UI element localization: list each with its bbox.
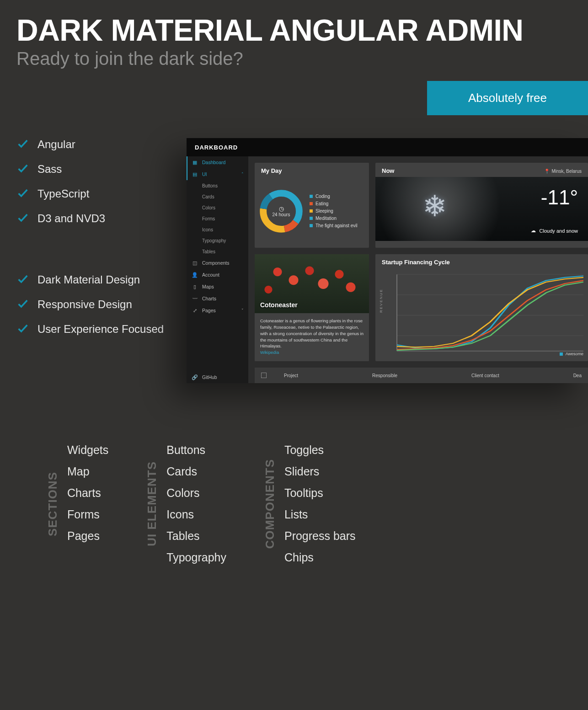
legend-item: Coding <box>310 194 358 199</box>
list-item: Lists <box>284 508 356 521</box>
list-item: Sliders <box>284 465 356 478</box>
snowflake-icon: ❄ <box>422 189 447 223</box>
list-item: Chips <box>284 551 356 564</box>
legend-swatch-icon <box>310 224 313 227</box>
projects-table-header: Project Responsible Client contact Dea <box>255 368 588 383</box>
sidebar-item-label: UI <box>202 171 207 177</box>
feature-item: D3 and NVD3 <box>16 211 164 226</box>
grid2-icon: ▤ <box>192 171 198 177</box>
legend-swatch-icon <box>310 202 313 205</box>
legend-item: Meditation <box>310 216 358 221</box>
donut-center-text: 24 hours <box>273 212 290 217</box>
sidebar-item-label: Dashboard <box>202 160 225 165</box>
list-column-components: COMPONENTSTogglesSlidersTooltipsListsPro… <box>263 443 356 564</box>
dashboard-brand: DARKBOARD <box>195 144 238 151</box>
legend-item: The fight against evil <box>310 223 358 228</box>
weather-title: Now <box>382 167 394 174</box>
weather-temperature: -11° <box>541 186 578 209</box>
list-item: Pages <box>67 529 108 543</box>
list-item: Buttons <box>166 443 226 457</box>
list-item: Tables <box>166 529 226 543</box>
list-item: Cards <box>166 465 226 478</box>
cta-button[interactable]: Absolutely free <box>427 81 588 115</box>
sidebar-item-label: Pages <box>202 308 216 313</box>
list-item: Widgets <box>67 443 108 457</box>
feature-label: Angular <box>37 138 75 151</box>
hero-title: DARK MATERIAL ANGULAR ADMIN <box>16 13 572 48</box>
feature-label: Dark Material Design <box>37 273 140 286</box>
sidebar-item-charts[interactable]: 〰Charts <box>187 293 248 304</box>
check-icon <box>16 297 37 312</box>
feature-item: TypeScript <box>16 187 164 201</box>
check-icon <box>16 137 37 152</box>
finance-card: Startup Financing Cycle REVENUE Awesome <box>375 254 588 361</box>
sidebar-sub-colors[interactable]: Colors <box>187 202 248 213</box>
chevron-up-icon: ˄ <box>241 172 244 176</box>
legend-swatch-icon <box>560 352 563 356</box>
sidebar-sub-forms[interactable]: Forms <box>187 213 248 224</box>
sidebar-footer-github[interactable]: 🔗GitHub <box>187 371 248 383</box>
sidebar-item-dashboard[interactable]: ▦Dashboard <box>187 156 248 168</box>
legend-swatch-icon <box>310 209 313 213</box>
list-item: Typography <box>166 551 226 564</box>
legend-item: Sleeping <box>310 208 358 214</box>
feature-item: Responsive Design <box>16 297 164 312</box>
check-icon <box>16 211 37 226</box>
expand-icon: ⤢ <box>192 308 198 313</box>
feature-label: User Experience Focused <box>37 323 164 336</box>
sidebar-sub-typography[interactable]: Typography <box>187 235 248 246</box>
myday-donut-chart: ◷ 24 hours <box>257 187 305 235</box>
list-heading: COMPONENTS <box>263 459 277 549</box>
sidebar-item-label: Account <box>202 272 219 278</box>
sidebar-item-pages[interactable]: ⤢Pages˅ <box>187 304 248 316</box>
sidebar-item-components[interactable]: ◫Components <box>187 257 248 269</box>
sidebar-sub-cards[interactable]: Cards <box>187 191 248 202</box>
list-item: Charts <box>67 486 108 500</box>
finance-title: Startup Financing Cycle <box>375 254 588 266</box>
pin-icon: 📍 <box>544 169 550 174</box>
list-item: Toggles <box>284 443 356 457</box>
sidebar-item-label: Maps <box>202 284 214 289</box>
weather-condition: Cloudy and snow <box>540 228 578 234</box>
cotoneaster-image: Cotoneaster <box>255 254 369 313</box>
finance-chart: REVENUE Awesome <box>382 269 583 356</box>
check-icon <box>16 162 37 176</box>
sidebar-sub-icons[interactable]: Icons <box>187 224 248 235</box>
sidebar-sub-tables[interactable]: Tables <box>187 246 248 257</box>
sidebar-item-ui[interactable]: ▤UI˄ <box>187 168 248 180</box>
checkbox[interactable] <box>261 373 267 378</box>
feature-label: TypeScript <box>37 187 89 200</box>
legend-label: Sleeping <box>315 208 333 214</box>
th-responsible: Responsible <box>372 373 397 378</box>
app-icon: ◫ <box>192 260 198 266</box>
dashboard-preview: DARKBOARD ▦Dashboard▤UI˄ButtonsCardsColo… <box>187 138 588 383</box>
link-icon: 🔗 <box>192 374 198 380</box>
clock-icon: ◷ <box>279 205 284 212</box>
legend-label: Meditation <box>315 216 337 221</box>
cotoneaster-title: Cotoneaster <box>260 301 298 309</box>
list-item: Forms <box>67 508 108 521</box>
hero-subtitle: Ready to join the dark side? <box>16 48 572 69</box>
th-client: Client contact <box>471 373 499 378</box>
legend-label: The fight against evil <box>315 223 358 228</box>
list-item: Colors <box>166 486 226 500</box>
myday-title: My Day <box>255 163 369 174</box>
check-icon <box>16 187 37 201</box>
legend-swatch-icon <box>310 217 313 220</box>
legend-swatch-icon <box>310 195 313 198</box>
feature-label: D3 and NVD3 <box>37 212 105 225</box>
th-dea: Dea <box>573 373 582 378</box>
cotoneaster-card: Cotoneaster Cotoneaster is a genus of fl… <box>255 254 369 361</box>
feature-item: Angular <box>16 137 164 152</box>
finance-legend: Awesome <box>566 352 583 356</box>
feature-label: Responsive Design <box>37 298 132 311</box>
sidebar-item-account[interactable]: 👤Account <box>187 269 248 281</box>
sidebar-item-maps[interactable]: ▯Maps <box>187 281 248 293</box>
myday-card: My Day ◷ 24 hours <box>255 163 369 248</box>
cotoneaster-link[interactable]: Wikipedia <box>260 350 279 355</box>
finance-ylabel: REVENUE <box>379 288 383 313</box>
sidebar-item-label: Components <box>202 260 230 266</box>
list-item: Progress bars <box>284 529 356 543</box>
sidebar-sub-buttons[interactable]: Buttons <box>187 180 248 191</box>
person-icon: 👤 <box>192 272 198 278</box>
